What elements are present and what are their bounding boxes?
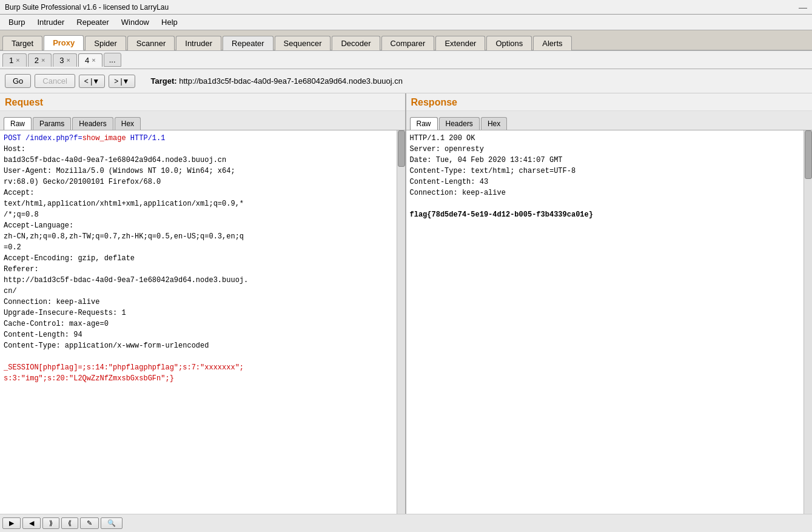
tab-scanner[interactable]: Scanner xyxy=(127,36,175,50)
sub-tab-2-close[interactable]: × xyxy=(41,56,45,64)
tab-options[interactable]: Options xyxy=(486,36,532,50)
sub-tab-4[interactable]: 4 × xyxy=(78,53,102,67)
tab-comparer[interactable]: Comparer xyxy=(381,36,435,50)
content-area: Request Raw Params Headers Hex POST /ind… xyxy=(0,93,812,514)
tab-proxy[interactable]: Proxy xyxy=(44,35,84,50)
request-title: Request xyxy=(0,93,405,111)
sub-tab-4-close[interactable]: × xyxy=(92,56,95,64)
sub-tab-4-label: 4 xyxy=(85,56,89,65)
menu-item-burp[interactable]: Burp xyxy=(2,16,31,28)
target-url: Target: http://ba1d3c5f-bdac-4a0d-9ea7-1… xyxy=(151,76,403,86)
response-panel: Response Raw Headers Hex HTTP/1.1 200 OK… xyxy=(406,93,813,514)
response-title: Response xyxy=(406,93,813,111)
sub-tab-3[interactable]: 3 × xyxy=(53,53,77,67)
go-button[interactable]: Go xyxy=(5,74,31,88)
bottom-btn-3[interactable]: ⟫ xyxy=(42,517,59,529)
tab-decoder[interactable]: Decoder xyxy=(332,36,380,50)
response-tab-bar: Raw Headers Hex xyxy=(406,111,813,130)
request-panel: Request Raw Params Headers Hex POST /ind… xyxy=(0,93,406,514)
request-text-display[interactable]: POST /index.php?f=show_image HTTP/1.1 Ho… xyxy=(0,130,405,514)
request-scrollbar-thumb[interactable] xyxy=(398,130,405,167)
response-tab-headers[interactable]: Headers xyxy=(439,117,480,130)
title-bar-controls[interactable]: — xyxy=(799,2,807,12)
request-text-wrapper: POST /index.php?f=show_image HTTP/1.1 Ho… xyxy=(0,130,405,514)
toolbar: Go Cancel < |▼ > |▼ Target: http://ba1d3… xyxy=(0,69,812,93)
tab-target[interactable]: Target xyxy=(2,36,42,50)
request-tab-headers[interactable]: Headers xyxy=(72,117,113,130)
sub-tab-1[interactable]: 1 × xyxy=(2,53,27,67)
request-tab-hex[interactable]: Hex xyxy=(115,117,141,130)
bottom-btn-4[interactable]: ⟪ xyxy=(61,517,78,529)
menu-item-help[interactable]: Help xyxy=(155,16,184,28)
sub-tab-ellipsis[interactable]: ... xyxy=(104,53,121,67)
bottom-btn-2[interactable]: ◀ xyxy=(22,517,41,529)
main-tab-bar: Target Proxy Spider Scanner Intruder Rep… xyxy=(0,30,812,51)
sub-tab-3-label: 3 xyxy=(59,56,64,65)
title-bar-text: Burp Suite Professional v1.6 - licensed … xyxy=(5,3,169,12)
bottom-bar: ▶ ◀ ⟫ ⟪ ✎ 🔍 xyxy=(0,514,812,532)
menu-item-window[interactable]: Window xyxy=(115,16,155,28)
request-scrollbar[interactable] xyxy=(397,130,405,514)
response-tab-raw[interactable]: Raw xyxy=(410,117,438,130)
sub-tab-2-label: 2 xyxy=(35,56,39,65)
sub-tab-1-label: 1 xyxy=(9,56,13,65)
tab-spider[interactable]: Spider xyxy=(85,36,126,50)
request-tab-raw[interactable]: Raw xyxy=(4,117,32,130)
tab-intruder[interactable]: Intruder xyxy=(176,36,221,50)
tab-sequencer[interactable]: Sequencer xyxy=(275,36,331,50)
sub-tab-2[interactable]: 2 × xyxy=(28,53,52,67)
response-text-wrapper: HTTP/1.1 200 OK Server: openresty Date: … xyxy=(406,130,813,514)
menu-item-intruder[interactable]: Intruder xyxy=(31,16,70,28)
response-scrollbar[interactable] xyxy=(804,130,812,514)
tab-alerts[interactable]: Alerts xyxy=(533,36,571,50)
request-tab-params[interactable]: Params xyxy=(33,117,71,130)
tab-extender[interactable]: Extender xyxy=(435,36,485,50)
bottom-btn-6[interactable]: 🔍 xyxy=(101,517,122,529)
nav-back-button[interactable]: < |▼ xyxy=(79,75,105,88)
sub-tab-bar: 1 × 2 × 3 × 4 × ... xyxy=(0,51,812,69)
response-text-display[interactable]: HTTP/1.1 200 OK Server: openresty Date: … xyxy=(406,130,813,514)
request-tab-bar: Raw Params Headers Hex xyxy=(0,111,405,130)
cancel-button[interactable]: Cancel xyxy=(35,74,75,88)
title-bar: Burp Suite Professional v1.6 - licensed … xyxy=(0,0,812,15)
minimize-button[interactable]: — xyxy=(799,2,807,12)
response-tab-hex[interactable]: Hex xyxy=(481,117,507,130)
bottom-btn-5[interactable]: ✎ xyxy=(80,517,99,529)
sub-tab-1-close[interactable]: × xyxy=(16,56,19,64)
response-scrollbar-thumb[interactable] xyxy=(805,130,812,179)
target-label: Target: xyxy=(151,76,180,86)
nav-forward-button[interactable]: > |▼ xyxy=(109,75,135,88)
bottom-btn-1[interactable]: ▶ xyxy=(2,517,21,529)
menu-item-repeater[interactable]: Repeater xyxy=(70,16,115,28)
menu-bar: Burp Intruder Repeater Window Help xyxy=(0,15,812,30)
sub-tab-3-close[interactable]: × xyxy=(67,56,70,64)
tab-repeater[interactable]: Repeater xyxy=(223,36,273,50)
